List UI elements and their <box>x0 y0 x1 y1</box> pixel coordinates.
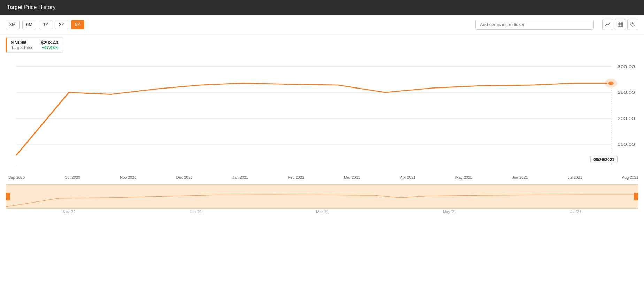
x-label-jan2021: Jan 2021 <box>232 175 248 180</box>
legend-change: +67.68% <box>42 45 59 50</box>
time-btn-1y[interactable]: 1Y <box>39 20 52 29</box>
x-label-jun2021: Jun 2021 <box>512 175 528 180</box>
x-label-mar2021: Mar 2021 <box>344 175 360 180</box>
mini-chart-svg <box>6 185 638 208</box>
chart-icon <box>605 22 611 27</box>
main-chart-area: 300.00 250.00 200.00 150.00 08/26/2021 <box>6 55 638 174</box>
x-label-dec2020: Dec 2020 <box>176 175 193 180</box>
mini-label-nov20: Nov '20 <box>63 210 76 214</box>
table-icon <box>618 22 623 27</box>
mini-chart-left-handle[interactable] <box>6 193 10 200</box>
x-axis-labels: Sep 2020 Oct 2020 Nov 2020 Dec 2020 Jan … <box>0 174 644 181</box>
toolbar: 3M 6M 1Y 3Y 5Y <box>0 15 644 35</box>
mini-chart-right-handle[interactable] <box>634 193 638 200</box>
toolbar-icons <box>602 19 638 30</box>
legend-card: SNOW $293.43 Target Price +67.68% <box>6 37 63 53</box>
date-tooltip: 08/26/2021 <box>590 156 618 163</box>
mini-label-mar21: Mar '21 <box>316 210 329 214</box>
x-label-may2021: May 2021 <box>455 175 472 180</box>
chart-view-button[interactable] <box>602 19 613 30</box>
mini-label-may21: May '21 <box>443 210 456 214</box>
mini-label-jul21: Jul '21 <box>570 210 581 214</box>
x-label-nov2020: Nov 2020 <box>120 175 136 180</box>
y-label-250: 250.00 <box>617 90 635 95</box>
y-label-300: 300.00 <box>617 64 635 69</box>
x-label-sep2020: Sep 2020 <box>8 175 25 180</box>
legend-ticker: SNOW <box>11 40 26 45</box>
comparison-ticker-input[interactable] <box>475 20 594 30</box>
time-btn-3y[interactable]: 3Y <box>55 20 68 29</box>
time-btn-5y[interactable]: 5Y <box>71 20 84 29</box>
time-btn-6m[interactable]: 6M <box>22 20 36 29</box>
time-btn-3m[interactable]: 3M <box>6 20 20 29</box>
mini-chart-area[interactable] <box>6 184 638 209</box>
legend-price: $293.43 <box>41 40 59 45</box>
y-label-200: 200.00 <box>617 116 635 121</box>
y-label-150: 150.00 <box>617 142 635 147</box>
x-label-jul2021: Jul 2021 <box>568 175 582 180</box>
svg-point-5 <box>632 24 634 25</box>
x-label-aug2021: Aug 2021 <box>622 175 638 180</box>
x-label-oct2020: Oct 2020 <box>64 175 80 180</box>
legend-label: Target Price <box>11 45 33 50</box>
mini-x-labels: Nov '20 Jan '21 Mar '21 May '21 Jul '21 <box>0 209 644 214</box>
mini-label-jan21: Jan '21 <box>190 210 202 214</box>
x-label-apr2021: Apr 2021 <box>400 175 416 180</box>
main-chart-svg: 300.00 250.00 200.00 150.00 <box>6 55 638 174</box>
x-label-feb2021: Feb 2021 <box>288 175 304 180</box>
page-header: Target Price History <box>0 0 644 15</box>
gear-icon <box>630 22 636 27</box>
settings-button[interactable] <box>627 19 638 30</box>
page-title: Target Price History <box>7 4 56 10</box>
svg-rect-0 <box>618 22 623 27</box>
table-view-button[interactable] <box>615 19 626 30</box>
